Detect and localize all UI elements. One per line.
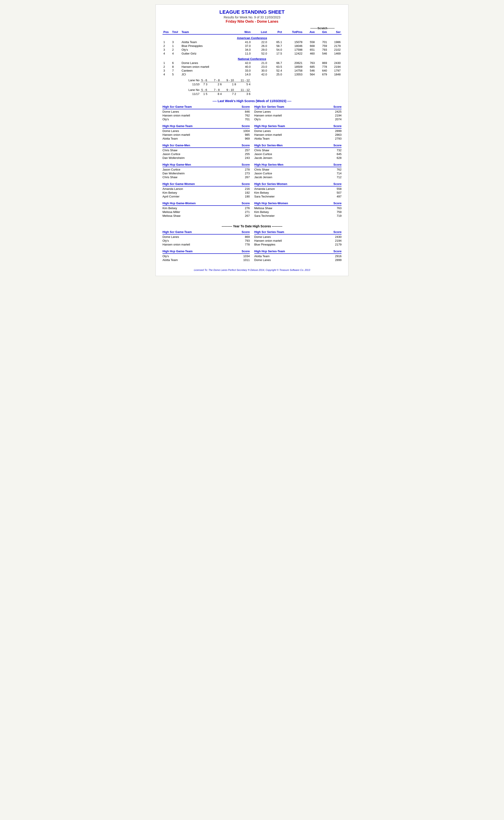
player-score: 2899 [335, 129, 342, 133]
pct-cell: 25.0 [268, 72, 283, 76]
player-name: Oly's [162, 254, 169, 258]
player-name: Dan Wollersheim [162, 156, 185, 160]
scores-category-label: High Hcp Series-Women [254, 202, 288, 205]
player-score: 1011 [243, 258, 250, 262]
gm-cell: 869 [316, 61, 328, 65]
scores-score-label: Score [242, 202, 250, 205]
tm-cell: 5 [171, 72, 181, 76]
pos-cell: 4 [162, 52, 171, 55]
scores-section-header: High Scr Game-Men Score [162, 144, 250, 148]
won-cell: 40.0 [235, 65, 252, 69]
list-item: Jacob Jensen 712 [254, 175, 342, 179]
list-item: Hansen onion martell 778 [162, 243, 250, 246]
table-row: 4 4 Gutter Girlz 11.0 52.0 17.5 12422 46… [162, 52, 342, 55]
player-name: Jason Curtice [254, 172, 272, 175]
scores-category-label: High Hcp Game-Team [162, 250, 193, 253]
player-name: Chris Shaw [254, 168, 269, 171]
scores-score-label: Score [242, 144, 250, 147]
player-score: 2863 [335, 133, 342, 136]
team-header: Team [181, 30, 235, 34]
totpins-header: TotPins [283, 30, 303, 34]
gm-cell: 759 [316, 44, 328, 48]
scores-score-label: Score [333, 230, 342, 234]
standings-table: --------Scratch-------- Pos Tm# Team Won… [162, 26, 342, 76]
ave-cell: 668 [303, 44, 316, 48]
ave-cell: 564 [303, 72, 316, 76]
high-scr-game-women-left: High Scr Game-Women Score Amanda Larson … [162, 182, 250, 198]
player-score: 2074 [335, 118, 342, 121]
scores-section-header: High Hcp Series-Men Score [254, 163, 342, 167]
scores-section-header: High Hcp Game-Women Score [162, 202, 250, 206]
gm-cell: 679 [316, 72, 328, 76]
team-name-cell: Gutter Girlz [181, 52, 235, 55]
player-name: Chris Shaw [162, 149, 177, 152]
list-item: Alotta Team 1011 [162, 258, 250, 262]
tm-cell: 2 [171, 48, 181, 52]
player-name: Jason Curtice [162, 168, 180, 171]
lane-date: 11/17 [185, 92, 199, 96]
lane-number: 8 4 [216, 92, 224, 96]
player-score: 267 [245, 175, 250, 179]
ser-cell: 2179 [328, 44, 342, 48]
empty-header [162, 26, 303, 30]
list-item: Sara Techmeier 719 [254, 214, 342, 218]
list-item: Oly's 793 [162, 239, 250, 243]
totpins-cell: 17598 [283, 48, 303, 52]
pos-cell: 4 [162, 72, 171, 76]
team-name-cell: Canteen [181, 69, 235, 72]
lost-cell: 42.0 [252, 72, 268, 76]
lane-number: 1 5 [201, 92, 209, 96]
gm-cell: 701 [316, 40, 328, 44]
main-title: LEAGUE STANDING SHEET [162, 9, 342, 15]
player-score: 2793 [335, 137, 342, 140]
player-score: 507 [337, 191, 342, 194]
player-score: 192 [245, 191, 250, 194]
ser-cell: 1986 [328, 40, 342, 44]
last-week-grid: High Scr Game-Team Score Dome Lanes 846 … [162, 105, 342, 221]
subtitle: Results for Week No. 9 of 33 11/03/2023 [162, 15, 342, 19]
high-hcp-game-team-left: High Hcp Game-Team Score Dome Lanes 1004… [162, 124, 250, 140]
player-name: Sara Techmeier [254, 214, 275, 217]
scores-score-label: Score [242, 250, 250, 253]
scores-category-label: High Hcp Series-Team [254, 124, 285, 128]
league-name: Friday Nite Owls - Dome Lanes [162, 20, 342, 24]
list-item: Alotta Team 969 [162, 137, 250, 140]
totpins-cell: 20621 [283, 61, 303, 65]
player-score: 243 [245, 156, 250, 160]
totpins-cell: 12422 [283, 52, 303, 55]
list-item: Oly's 1034 [162, 254, 250, 258]
player-name: Melissa Miller [162, 210, 180, 214]
ave-cell: 558 [303, 40, 316, 44]
list-item: Dome Lanes 2899 [254, 258, 342, 262]
lane-underline: 5 - 67 - 89 - 1011 - 12 [200, 88, 251, 92]
totpins-cell: 14758 [283, 69, 303, 72]
scores-category-label: High Scr Game-Team [162, 105, 192, 108]
pct-header: Pct [268, 30, 283, 34]
player-score: 278 [245, 168, 250, 171]
list-item: Dome Lanes 2899 [254, 129, 342, 133]
lane-number: 3 6 [244, 92, 252, 96]
list-item: Jacob Jensen 628 [254, 156, 342, 160]
scores-category-label: High Scr Series-Team [254, 105, 284, 108]
scores-section-header: High Hcp Game-Men Score [162, 163, 250, 167]
won-cell: 14.0 [235, 72, 252, 76]
ytd-title: ---------- Year To Date High Scores ----… [162, 224, 342, 228]
lane-number: 7 2 [230, 92, 238, 96]
pos-header: Pos [162, 30, 171, 34]
player-score: 645 [337, 152, 342, 156]
list-item: Dome Lanes 2425 [254, 110, 342, 114]
list-item: Oly's 701 [162, 117, 250, 121]
american-conference-label: American Conference [162, 34, 342, 40]
lane-range: 11 - 12 [241, 79, 250, 82]
ave-cell: 763 [303, 61, 316, 65]
ave-cell: 685 [303, 65, 316, 69]
player-name: Melissa Shaw [254, 206, 272, 210]
high-hcp-game-men-left: High Hcp Game-Men Score Jason Curtice 27… [162, 163, 250, 179]
list-item: Kim Belsey 276 [162, 206, 250, 210]
pos-cell: 3 [162, 48, 171, 52]
scores-category-label: High Hcp Series-Men [254, 163, 283, 166]
player-name: Dome Lanes [162, 110, 179, 113]
scores-section-header: High Scr Series-Men Score [254, 144, 342, 148]
player-score: 255 [245, 152, 250, 156]
scores-section-header: High Hcp Game-Team Score [162, 250, 250, 254]
